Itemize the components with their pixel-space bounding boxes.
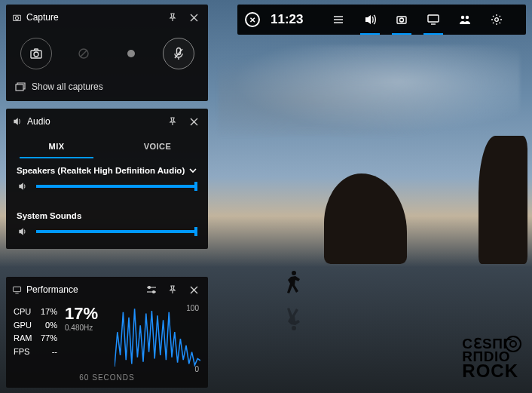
widgets-menu-button[interactable] — [324, 5, 353, 35]
device-volume-slider[interactable] — [36, 185, 197, 188]
device-dropdown-button[interactable] — [188, 166, 197, 175]
svg-point-11 — [15, 16, 18, 19]
wallpaper-runner-reflection — [283, 303, 306, 333]
performance-subline: 0.480Hz — [65, 324, 107, 332]
show-all-captures-link[interactable]: Show all captures — [6, 75, 208, 101]
output-device-label: Speakers (Realtek High Definition Audio) — [17, 166, 185, 175]
pin-button[interactable] — [164, 281, 181, 298]
close-button[interactable] — [185, 9, 202, 26]
pin-button[interactable] — [164, 113, 181, 130]
tab-voice[interactable]: VOICE — [107, 134, 208, 158]
capture-icon — [12, 13, 22, 23]
gamebar-topbar: ✕ 11:23 — [237, 5, 526, 35]
stat-cpu[interactable]: CPU17% — [14, 305, 57, 319]
svg-line-18 — [81, 51, 87, 57]
wallpaper-clouds — [219, 45, 520, 136]
chart-x-label: 60 SECONDS — [6, 373, 208, 382]
svg-point-8 — [466, 16, 469, 19]
close-button[interactable] — [185, 113, 202, 130]
svg-rect-5 — [428, 15, 439, 22]
performance-icon — [12, 285, 22, 295]
system-sounds-label: System Sounds — [17, 211, 81, 220]
xbox-icon[interactable]: ✕ — [245, 12, 260, 27]
performance-title: Performance — [26, 284, 139, 295]
pin-button[interactable] — [164, 9, 181, 26]
audio-widget-button[interactable] — [356, 5, 384, 35]
stat-ram[interactable]: RAM77% — [14, 332, 57, 345]
volume-icon[interactable] — [17, 181, 29, 192]
chart-y-max: 100 — [186, 304, 199, 312]
wallpaper-rock — [324, 173, 407, 264]
microphone-button[interactable] — [163, 38, 194, 69]
svg-point-7 — [461, 16, 464, 19]
svg-point-16 — [34, 52, 38, 57]
stat-gpu[interactable]: GPU0% — [14, 319, 57, 333]
social-widget-button[interactable] — [451, 5, 479, 35]
capture-title: Capture — [26, 12, 160, 23]
clock: 11:23 — [271, 12, 303, 27]
close-button[interactable] — [185, 281, 202, 298]
capture-widget-button[interactable] — [387, 5, 416, 35]
settings-button[interactable] — [482, 5, 511, 35]
svg-point-9 — [495, 18, 499, 22]
record-last-button[interactable] — [68, 38, 99, 69]
svg-point-30 — [153, 291, 155, 293]
system-volume-slider[interactable] — [36, 230, 197, 233]
performance-panel: Performance CPU17% GPU0% RAM77% FPS-- 17… — [6, 277, 208, 388]
svg-rect-10 — [14, 15, 21, 20]
performance-headline-value: 17% — [65, 305, 107, 322]
performance-chart: 100 0 — [115, 305, 200, 372]
audio-icon — [12, 116, 23, 127]
screenshot-button[interactable] — [20, 38, 52, 69]
capture-panel: Capture Show all captures — [6, 5, 208, 101]
audio-panel: Audio MIX VOICE Speakers (Realtek High D… — [6, 109, 208, 249]
svg-rect-25 — [13, 287, 20, 292]
stat-fps[interactable]: FPS-- — [14, 345, 57, 359]
wallpaper-runner — [283, 268, 306, 302]
wallpaper-rock — [478, 136, 527, 264]
svg-point-4 — [400, 18, 404, 22]
performance-options-button[interactable] — [143, 281, 160, 298]
watermark-logo: CƐSΠΓ RΠDIO ROCK — [462, 337, 518, 379]
volume-icon[interactable] — [17, 226, 29, 237]
performance-widget-button[interactable] — [419, 5, 448, 35]
chart-y-min: 0 — [194, 365, 199, 373]
record-button[interactable] — [115, 38, 147, 69]
tab-mix[interactable]: MIX — [6, 134, 107, 158]
svg-point-29 — [148, 287, 151, 289]
svg-rect-21 — [16, 84, 23, 91]
audio-title: Audio — [27, 116, 160, 127]
show-all-captures-label: Show all captures — [32, 81, 103, 92]
performance-stats-list: CPU17% GPU0% RAM77% FPS-- — [14, 305, 57, 372]
